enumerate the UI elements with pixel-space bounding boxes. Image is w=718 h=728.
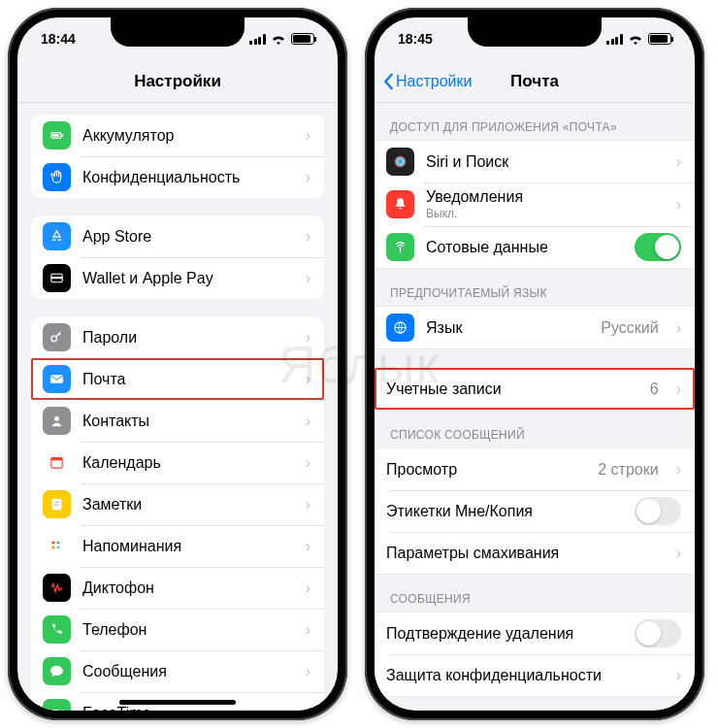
cell-subtitle: Выкл.	[426, 207, 659, 220]
phone-icon	[43, 615, 71, 644]
settings-section: ДОСТУП ДЛЯ ПРИЛОЖЕНИЯ «ПОЧТА» Siri и Пои…	[375, 120, 695, 269]
chevron-right-icon: ›	[306, 228, 310, 246]
notch	[468, 17, 602, 47]
cell[interactable]: Напоминания ›	[31, 525, 324, 567]
chevron-right-icon: ›	[306, 496, 310, 513]
chevron-right-icon: ›	[306, 454, 310, 472]
toggle[interactable]	[635, 497, 681, 525]
cell[interactable]: Пароли ›	[31, 316, 324, 358]
chevron-right-icon: ›	[306, 413, 310, 430]
reminders-icon	[43, 532, 71, 560]
svg-rect-10	[52, 499, 62, 510]
contacts-icon	[43, 407, 71, 435]
key-icon	[43, 323, 71, 351]
cell[interactable]: Подтверждение удаления	[375, 612, 695, 654]
chevron-right-icon: ›	[306, 329, 310, 347]
battery-icon	[43, 121, 71, 149]
section-header: СООБЩЕНИЯ	[375, 592, 695, 612]
section-header: ПРЕДПОЧИТАЕМЫЙ ЯЗЫК	[375, 286, 695, 306]
chevron-right-icon: ›	[676, 381, 681, 398]
svg-point-5	[51, 336, 57, 342]
cell-label: Уведомления	[426, 188, 659, 206]
mail-settings-list[interactable]: ДОСТУП ДЛЯ ПРИЛОЖЕНИЯ «ПОЧТА» Siri и Пои…	[375, 103, 695, 711]
cell-value: 2 строки	[598, 461, 658, 479]
cell[interactable]: App Store ›	[31, 215, 324, 257]
chevron-right-icon: ›	[306, 270, 310, 287]
chevron-right-icon: ›	[306, 169, 310, 186]
cell-label: Язык	[426, 319, 589, 337]
settings-group: App Store › Wallet и Apple Pay ›	[17, 215, 338, 299]
cell[interactable]: Siri и Поиск ›	[375, 141, 695, 182]
voice-icon	[43, 574, 71, 602]
chevron-left-icon	[382, 73, 394, 90]
svg-point-16	[56, 546, 59, 548]
cell[interactable]: Язык Русский›	[375, 307, 695, 348]
cell[interactable]: Контакты ›	[31, 400, 324, 442]
toggle[interactable]	[635, 619, 681, 647]
cell[interactable]: Просмотр 2 строки›	[375, 448, 695, 490]
cell[interactable]: Параметры смахивания ›	[375, 532, 695, 574]
cell[interactable]: Заметки ›	[31, 483, 324, 525]
cell-label: FaceTime	[82, 705, 288, 711]
phone-right: 18:45 Настройки Почта ДОСТУП ДЛЯ ПРИЛОЖЕ…	[365, 8, 704, 720]
cell-label: Wallet и Apple Pay	[82, 270, 288, 287]
cell[interactable]: Wallet и Apple Pay ›	[31, 257, 324, 299]
page-title: Почта	[510, 72, 559, 91]
bell-icon	[386, 190, 414, 218]
section-header: ДОСТУП ДЛЯ ПРИЛОЖЕНИЯ «ПОЧТА»	[375, 120, 695, 140]
svg-point-14	[51, 546, 54, 548]
cell-label: Контакты	[82, 413, 288, 430]
cell[interactable]: Защита конфиденциальности ›	[375, 654, 695, 696]
toggle[interactable]	[635, 233, 681, 261]
svg-rect-4	[51, 277, 62, 279]
cell-value: 6	[650, 381, 659, 398]
chevron-right-icon: ›	[306, 705, 310, 711]
cell[interactable]: Конфиденциальность ›	[31, 156, 324, 198]
wallet-icon	[43, 264, 71, 292]
chevron-right-icon: ›	[306, 663, 310, 680]
cell[interactable]: Сотовые данные	[375, 226, 695, 268]
cell-label: Сообщения	[82, 663, 288, 680]
svg-point-7	[54, 416, 59, 421]
svg-rect-1	[61, 134, 62, 137]
messages-icon	[43, 657, 71, 685]
screen-left: 18:44 Настройки Аккумулятор › Конфиденци…	[17, 17, 338, 711]
nav-bar: Настройки Почта	[375, 60, 695, 103]
cell-label: Сотовые данные	[426, 239, 623, 256]
signal-icon	[606, 34, 623, 45]
svg-rect-9	[51, 458, 62, 461]
cell[interactable]: Календарь ›	[31, 442, 324, 483]
svg-rect-2	[52, 134, 58, 137]
notes-icon	[43, 490, 71, 518]
notch	[111, 17, 245, 47]
status-time: 18:44	[41, 31, 76, 47]
status-time: 18:45	[398, 31, 433, 47]
cell[interactable]: Диктофон ›	[31, 567, 324, 609]
cell[interactable]: Этикетки Мне/Копия	[375, 490, 695, 532]
settings-section: Учетные записи 6›	[375, 367, 695, 411]
settings-list[interactable]: Аккумулятор › Конфиденциальность › App S…	[17, 97, 338, 711]
cell[interactable]: Аккумулятор ›	[31, 115, 324, 156]
antenna-icon	[386, 233, 414, 261]
chevron-right-icon: ›	[306, 127, 310, 145]
cell[interactable]: Уведомления Выкл. ›	[375, 182, 695, 226]
back-button[interactable]: Настройки	[382, 73, 472, 90]
cell-label: Заметки	[82, 496, 288, 513]
cell[interactable]: Телефон ›	[31, 609, 324, 650]
cell[interactable]: Почта ›	[31, 358, 324, 400]
screen-right: 18:45 Настройки Почта ДОСТУП ДЛЯ ПРИЛОЖЕ…	[375, 17, 695, 711]
cell-label: Календарь	[82, 454, 288, 472]
cell-label: Почта	[82, 371, 288, 388]
svg-rect-17	[50, 710, 59, 711]
svg-rect-6	[50, 375, 63, 383]
cell[interactable]: Учетные записи 6›	[375, 368, 695, 410]
home-indicator[interactable]	[119, 700, 236, 705]
cell-label: Подтверждение удаления	[386, 625, 623, 643]
chevron-right-icon: ›	[676, 667, 681, 684]
cell[interactable]: Сообщения ›	[31, 650, 324, 692]
svg-point-13	[51, 541, 54, 544]
phone-left: 18:44 Настройки Аккумулятор › Конфиденци…	[8, 8, 347, 720]
wifi-icon	[628, 33, 643, 45]
facetime-icon	[43, 699, 71, 711]
chevron-right-icon: ›	[676, 319, 681, 337]
